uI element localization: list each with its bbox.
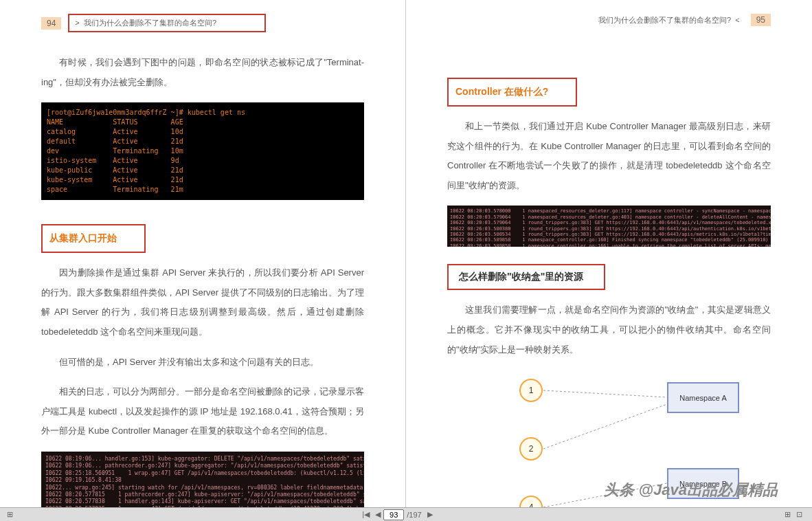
nav-prev-icon[interactable]: ◀ xyxy=(375,510,381,519)
diagram-box: Namespace A xyxy=(667,382,739,413)
page-left: 94 > 我们为什么会删除不了集群的命名空间? 有时候，我们会遇到下图中的问题，… xyxy=(0,0,406,507)
view-mode-icon[interactable]: ⊞ xyxy=(785,510,791,519)
paragraph: 但可惜的是，API Server 并没有输出太多和这个问题有关的日志。 xyxy=(41,353,364,373)
page-header-left: 94 > 我们为什么会删除不了集群的命名空间? xyxy=(41,14,364,32)
section-heading: Controller 在做什么? xyxy=(447,78,577,107)
section-heading: 怎么样删除"收纳盒"里的资源 xyxy=(447,264,605,290)
diagram-node: 2 xyxy=(519,437,543,461)
status-bar: ⊞ |◀ ◀ /197 ▶ ⊞ ⊡ xyxy=(0,507,812,521)
svg-line-1 xyxy=(543,404,667,449)
page-number: 95 xyxy=(751,14,771,26)
nav-first-icon[interactable]: |◀ xyxy=(362,510,370,519)
page-input[interactable] xyxy=(383,509,404,520)
terminal-output-1: [root@iZuf6jwa1e0mm3ardq6ffrZ ~]# kubect… xyxy=(41,102,364,200)
section-heading: 从集群入口开始 xyxy=(41,224,146,253)
paragraph: 因为删除操作是通过集群 API Server 来执行的，所以我们要分析 API … xyxy=(41,263,364,342)
paragraph: 有时候，我们会遇到下图中的问题，即命名空间的状态被标记成了"Terminat-i… xyxy=(41,53,364,92)
page-number: 94 xyxy=(41,17,61,30)
diagram-node: 1 xyxy=(519,379,543,402)
svg-line-0 xyxy=(543,390,667,397)
terminal-output-2: I0622 08:19:06... handler.go:153] kube-a… xyxy=(41,452,364,507)
page-total: /197 xyxy=(407,511,421,519)
watermark: 头条 @Java出品必属精品 xyxy=(604,480,778,500)
nav-next-icon[interactable]: ▶ xyxy=(427,510,433,519)
page-right: 我们为什么会删除不了集群的命名空间? < 95 Controller 在做什么?… xyxy=(406,0,812,507)
page-header-right: 我们为什么会删除不了集群的命名空间? < 95 xyxy=(447,14,771,26)
diagram-node: 4 xyxy=(519,496,543,507)
paragraph: 和上一节类似，我们通过开启 Kube Controller Manager 最高… xyxy=(447,117,771,195)
breadcrumb: 我们为什么会删除不了集群的命名空间? < xyxy=(598,15,740,25)
zoom-icon[interactable]: ⊡ xyxy=(796,510,802,519)
terminal-output-3: I0622 08:20:03.578000 1 namespaced_resou… xyxy=(447,206,771,247)
document-viewer: 94 > 我们为什么会删除不了集群的命名空间? 有时候，我们会遇到下图中的问题，… xyxy=(0,0,812,507)
breadcrumb: > 我们为什么会删除不了集群的命名空间? xyxy=(68,14,266,32)
paragraph: 相关的日志，可以分为两部分。一部分是命名空间被删除的记录，记录显示客户端工具是 … xyxy=(41,382,364,441)
paragraph: 这里我们需要理解一点，就是命名空间作为资源的"收纳盒"，其实是逻辑意义上的概念。… xyxy=(447,300,771,359)
first-page-icon[interactable]: ⊞ xyxy=(7,510,13,519)
